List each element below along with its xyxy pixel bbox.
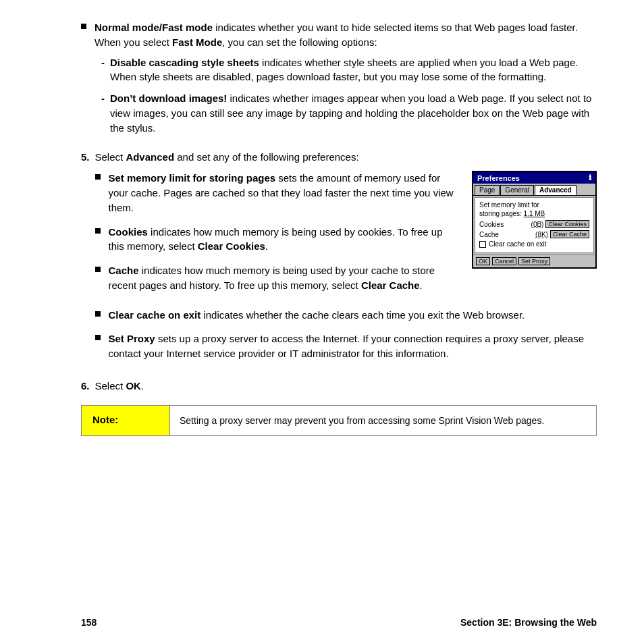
- sub-text-no-images: Don’t download images! indicates whether…: [110, 91, 597, 135]
- bullet-text-clear-exit: Clear cache on exit indicates whether th…: [109, 308, 597, 323]
- pref-title: Preferences: [477, 174, 520, 182]
- pref-tab-advanced[interactable]: Advanced: [535, 185, 576, 195]
- content-area: Normal mode/Fast mode indicates whether …: [81, 20, 597, 436]
- bullet-icon-memory: [95, 174, 101, 180]
- pref-ok-button[interactable]: OK: [476, 257, 490, 265]
- bullet-normal-fast-mode: Normal mode/Fast mode indicates whether …: [81, 20, 597, 142]
- bullet-cookies: Cookies indicates how much memory is bei…: [95, 225, 458, 254]
- page-footer: 158 Section 3E: Browsing the Web: [0, 617, 644, 628]
- bold-no-images: Don’t download images!: [110, 92, 227, 104]
- clear-cache-button[interactable]: Clear Cache: [550, 230, 589, 238]
- text-cache-2: .: [420, 279, 423, 291]
- text-proxy: sets up a proxy server to access the Int…: [109, 333, 585, 359]
- bold-disable-css: Disable cascading style sheets: [110, 57, 259, 68]
- bullet-clear-cache-exit: Clear cache on exit indicates whether th…: [95, 308, 597, 323]
- step5-remaining-bullets: Clear cache on exit indicates whether th…: [95, 308, 597, 361]
- sub-dash-1: -: [101, 55, 105, 70]
- note-content: Setting a proxy server may prevent you f…: [169, 406, 554, 435]
- pref-info-icon: ℹ: [589, 173, 591, 182]
- bold-clear-cache: Clear Cache: [361, 279, 420, 291]
- step5-bullets: Set memory limit for storing pages sets …: [95, 171, 458, 302]
- sub-dash-2: -: [101, 91, 105, 106]
- clear-cookies-button[interactable]: Clear Cookies: [545, 220, 589, 228]
- pref-cookies-row: Cookies (0B) Clear Cookies: [479, 220, 589, 228]
- pref-tab-general[interactable]: General: [500, 185, 534, 195]
- text-cookies-2: .: [265, 240, 268, 252]
- step-5: 5. Select Advanced and set any of the fo…: [81, 151, 597, 371]
- step6-text: Select: [95, 380, 126, 392]
- bullet-text-cookies: Cookies indicates how much memory is bei…: [109, 225, 458, 254]
- page-container: Normal mode/Fast mode indicates whether …: [0, 0, 644, 644]
- clear-on-exit-checkbox[interactable]: [479, 241, 486, 248]
- pref-cookies-label: Cookies: [479, 221, 504, 228]
- text-clear-exit: indicates whether the cache clears each …: [200, 309, 525, 321]
- pref-memory-value: 1.1 MB: [524, 210, 545, 217]
- step6-text2: .: [141, 380, 144, 392]
- pref-clear-on-exit-row: Clear cache on exit: [479, 240, 589, 248]
- text-cookies: indicates how much memory is being used …: [109, 226, 443, 252]
- note-box: Note: Setting a proxy server may prevent…: [81, 405, 597, 436]
- bullet-icon-proxy: [95, 335, 101, 340]
- pref-memory-label2: storing pages:: [479, 210, 524, 217]
- pref-footer: OK Cancel Set Proxy: [473, 254, 595, 267]
- pref-set-proxy-button[interactable]: Set Proxy: [518, 257, 550, 265]
- bullet-cache: Cache indicates how much memory is being…: [95, 263, 458, 293]
- pref-clear-on-exit-label: Clear cache on exit: [489, 240, 547, 248]
- step5-intro2: and set any of the following preferences…: [174, 151, 359, 163]
- bullet-text-cache: Cache indicates how much memory is being…: [109, 263, 458, 293]
- sub-text-disable-css: Disable cascading style sheets indicates…: [110, 55, 597, 85]
- pref-tab-page[interactable]: Page: [475, 185, 500, 195]
- bullet-icon-cache: [95, 267, 101, 272]
- bold-cache: Cache: [109, 265, 139, 276]
- bullet-icon-cookies: [95, 228, 101, 234]
- step-6-content: Select OK.: [95, 380, 597, 392]
- bullet-set-memory: Set memory limit for storing pages sets …: [95, 171, 458, 215]
- step5-intro-text: Select: [95, 151, 126, 163]
- pref-memory-label: Set memory limit for: [479, 201, 539, 209]
- pref-titlebar: Preferences ℹ: [473, 172, 595, 184]
- bold-set-proxy: Set Proxy: [109, 333, 155, 344]
- pref-dialog: Preferences ℹ Page General Advanced Set …: [472, 171, 597, 269]
- pref-cancel-button[interactable]: Cancel: [492, 257, 516, 265]
- bullet-text-proxy: Set Proxy sets up a proxy server to acce…: [109, 331, 597, 361]
- step-5-number: 5.: [81, 151, 90, 163]
- step6-bold-ok: OK: [126, 380, 141, 392]
- pref-cache-label: Cache: [479, 231, 499, 238]
- step5-bold-advanced: Advanced: [126, 151, 174, 163]
- pref-memory-row: Set memory limit for storing pages: 1.1 …: [479, 200, 589, 218]
- bold-clear-exit: Clear cache on exit: [109, 309, 201, 321]
- bullet-icon: [81, 24, 86, 29]
- bold-normal-fast-mode: Normal mode/Fast mode: [95, 22, 213, 33]
- pref-tabs: Page General Advanced: [473, 184, 595, 196]
- sub-bullet-no-images: - Don’t download images! indicates wheth…: [101, 91, 597, 135]
- bullet-icon-clear-exit: [95, 311, 101, 317]
- bullet-text-normal-fast-mode: Normal mode/Fast mode indicates whether …: [95, 20, 597, 142]
- pref-cache-value: (8K): [535, 231, 548, 238]
- bold-cookies: Cookies: [109, 226, 148, 238]
- step-5-intro: Select Advanced and set any of the follo…: [95, 151, 597, 163]
- step-5-content: Select Advanced and set any of the follo…: [95, 151, 597, 371]
- page-section: Section 3E: Browsing the Web: [460, 617, 597, 628]
- bold-clear-cookies: Clear Cookies: [198, 240, 265, 252]
- sub-bullet-list: - Disable cascading style sheets indicat…: [101, 55, 597, 136]
- bold-fast-mode: Fast Mode: [172, 36, 222, 48]
- pref-cache-row: Cache (8K) Clear Cache: [479, 230, 589, 238]
- step5-body: Set memory limit for storing pages sets …: [95, 171, 597, 302]
- preferences-screenshot: Preferences ℹ Page General Advanced Set …: [472, 171, 597, 269]
- step-6: 6. Select OK.: [81, 380, 597, 392]
- bullet-text-memory: Set memory limit for storing pages sets …: [109, 171, 458, 215]
- page-number: 158: [81, 617, 97, 628]
- note-label: Note:: [82, 406, 169, 435]
- text-normal-fast-mode-2: , you can set the following options:: [222, 36, 377, 48]
- pref-body: Set memory limit for storing pages: 1.1 …: [475, 197, 594, 253]
- pref-cookies-value: (0B): [531, 221, 544, 228]
- step-6-number: 6.: [81, 380, 90, 392]
- bullet-set-proxy: Set Proxy sets up a proxy server to acce…: [95, 331, 597, 361]
- bold-set-memory: Set memory limit for storing pages: [109, 172, 276, 184]
- sub-bullet-disable-css: - Disable cascading style sheets indicat…: [101, 55, 597, 85]
